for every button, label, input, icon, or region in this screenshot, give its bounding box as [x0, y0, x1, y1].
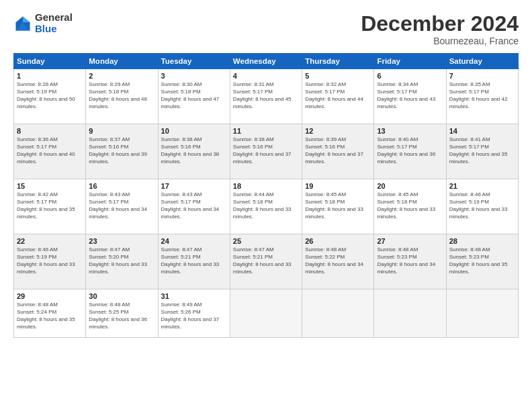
header-tuesday: Tuesday: [158, 54, 230, 69]
calendar-table: Sunday Monday Tuesday Wednesday Thursday…: [13, 53, 519, 338]
calendar-week-row: 1Sunrise: 8:28 AMSunset: 5:19 PMDaylight…: [14, 69, 519, 124]
header-thursday: Thursday: [302, 54, 374, 69]
table-row: 19Sunrise: 8:45 AMSunset: 5:18 PMDayligh…: [302, 179, 374, 234]
month-title: December 2024: [361, 12, 519, 36]
table-row: [230, 289, 302, 338]
logo-blue-text: Blue: [35, 24, 73, 35]
calendar-week-row: 15Sunrise: 8:42 AMSunset: 5:17 PMDayligh…: [14, 179, 519, 234]
table-row: 22Sunrise: 8:46 AMSunset: 5:19 PMDayligh…: [14, 234, 86, 289]
table-row: 14Sunrise: 8:41 AMSunset: 5:17 PMDayligh…: [446, 124, 518, 179]
table-row: 20Sunrise: 8:45 AMSunset: 5:18 PMDayligh…: [374, 179, 446, 234]
table-row: 10Sunrise: 8:38 AMSunset: 5:16 PMDayligh…: [158, 124, 230, 179]
table-row: 25Sunrise: 8:47 AMSunset: 5:21 PMDayligh…: [230, 234, 302, 289]
table-row: 29Sunrise: 8:48 AMSunset: 5:24 PMDayligh…: [14, 289, 86, 338]
calendar-week-row: 8Sunrise: 8:36 AMSunset: 5:17 PMDaylight…: [14, 124, 519, 179]
table-row: [446, 289, 518, 338]
table-row: 8Sunrise: 8:36 AMSunset: 5:17 PMDaylight…: [14, 124, 86, 179]
table-row: 3Sunrise: 8:30 AMSunset: 5:18 PMDaylight…: [158, 69, 230, 124]
header-monday: Monday: [86, 54, 158, 69]
table-row: 28Sunrise: 8:48 AMSunset: 5:23 PMDayligh…: [446, 234, 518, 289]
table-row: 24Sunrise: 8:47 AMSunset: 5:21 PMDayligh…: [158, 234, 230, 289]
header: General Blue December 2024 Bournezeau, F…: [13, 12, 519, 46]
table-row: 9Sunrise: 8:37 AMSunset: 5:16 PMDaylight…: [86, 124, 158, 179]
logo: General Blue: [13, 12, 73, 34]
table-row: 12Sunrise: 8:39 AMSunset: 5:16 PMDayligh…: [302, 124, 374, 179]
calendar-week-row: 29Sunrise: 8:48 AMSunset: 5:24 PMDayligh…: [14, 289, 519, 338]
table-row: 5Sunrise: 8:32 AMSunset: 5:17 PMDaylight…: [302, 69, 374, 124]
logo-general-text: General: [35, 12, 73, 24]
table-row: 6Sunrise: 8:34 AMSunset: 5:17 PMDaylight…: [374, 69, 446, 124]
calendar-header-row: Sunday Monday Tuesday Wednesday Thursday…: [14, 54, 519, 69]
header-wednesday: Wednesday: [230, 54, 302, 69]
calendar-week-row: 22Sunrise: 8:46 AMSunset: 5:19 PMDayligh…: [14, 234, 519, 289]
title-block: December 2024 Bournezeau, France: [361, 12, 519, 46]
table-row: [302, 289, 374, 338]
table-row: 1Sunrise: 8:28 AMSunset: 5:19 PMDaylight…: [14, 69, 86, 124]
header-friday: Friday: [374, 54, 446, 69]
location: Bournezeau, France: [361, 36, 519, 46]
table-row: 18Sunrise: 8:44 AMSunset: 5:18 PMDayligh…: [230, 179, 302, 234]
table-row: 16Sunrise: 8:43 AMSunset: 5:17 PMDayligh…: [86, 179, 158, 234]
logo-icon: [13, 14, 32, 33]
table-row: 4Sunrise: 8:31 AMSunset: 5:17 PMDaylight…: [230, 69, 302, 124]
table-row: 2Sunrise: 8:29 AMSunset: 5:18 PMDaylight…: [86, 69, 158, 124]
table-row: 7Sunrise: 8:35 AMSunset: 5:17 PMDaylight…: [446, 69, 518, 124]
table-row: 13Sunrise: 8:40 AMSunset: 5:17 PMDayligh…: [374, 124, 446, 179]
header-saturday: Saturday: [446, 54, 518, 69]
header-sunday: Sunday: [14, 54, 86, 69]
logo-text: General Blue: [35, 12, 73, 34]
page: General Blue December 2024 Bournezeau, F…: [0, 0, 532, 411]
table-row: 31Sunrise: 8:49 AMSunset: 5:26 PMDayligh…: [158, 289, 230, 338]
table-row: 23Sunrise: 8:47 AMSunset: 5:20 PMDayligh…: [86, 234, 158, 289]
table-row: 27Sunrise: 8:48 AMSunset: 5:23 PMDayligh…: [374, 234, 446, 289]
table-row: 21Sunrise: 8:46 AMSunset: 5:19 PMDayligh…: [446, 179, 518, 234]
table-row: 30Sunrise: 8:48 AMSunset: 5:25 PMDayligh…: [86, 289, 158, 338]
table-row: 17Sunrise: 8:43 AMSunset: 5:17 PMDayligh…: [158, 179, 230, 234]
table-row: 26Sunrise: 8:48 AMSunset: 5:22 PMDayligh…: [302, 234, 374, 289]
table-row: [374, 289, 446, 338]
svg-marker-1: [23, 16, 30, 22]
table-row: 15Sunrise: 8:42 AMSunset: 5:17 PMDayligh…: [14, 179, 86, 234]
table-row: 11Sunrise: 8:38 AMSunset: 5:16 PMDayligh…: [230, 124, 302, 179]
